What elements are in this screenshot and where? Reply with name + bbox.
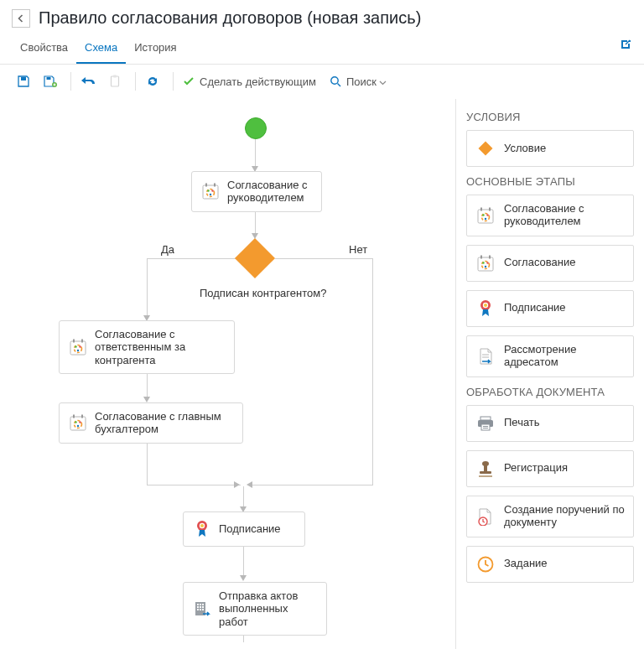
svg-rect-37: [197, 609, 199, 610]
document-clock-icon: [475, 506, 496, 527]
palette-item-approval[interactable]: Согласование: [466, 245, 634, 282]
svg-rect-65: [480, 471, 491, 474]
svg-rect-22: [81, 415, 83, 418]
svg-point-5: [331, 76, 338, 83]
flow-branch-no-label: Нет: [349, 243, 367, 256]
flow-node-label: Согласование с ответственным за контраге…: [95, 328, 226, 366]
tab-history[interactable]: История: [126, 34, 184, 64]
make-effective-button[interactable]: Сделать действующим: [182, 75, 316, 88]
palette-item-condition[interactable]: Условие: [466, 130, 634, 167]
palette-item-label: Регистрация: [504, 462, 568, 475]
refresh-button[interactable]: [141, 70, 164, 92]
svg-rect-14: [73, 339, 75, 342]
arrow-right-icon: [234, 481, 240, 488]
paste-button[interactable]: [103, 70, 127, 92]
palette-item-manager-approval[interactable]: Согласование с руководителем: [466, 195, 634, 236]
diagram-canvas[interactable]: Согласование с руководителем Подписан ко…: [0, 99, 456, 649]
svg-rect-40: [479, 142, 493, 156]
svg-point-24: [75, 422, 76, 423]
svg-rect-64: [484, 465, 487, 471]
palette-item-print[interactable]: Печать: [466, 405, 634, 442]
building-send-icon: [192, 599, 212, 619]
svg-point-54: [485, 266, 486, 267]
svg-rect-36: [202, 606, 204, 608]
save-button[interactable]: [12, 70, 35, 92]
palette-item-label: Рассмотрение адресатом: [504, 344, 625, 369]
svg-rect-60: [481, 424, 490, 430]
page-title: Правило согласования договоров (новая за…: [39, 8, 421, 28]
connector-line: [252, 485, 373, 485]
checkmark-icon: [182, 75, 195, 88]
calendar-approval-icon: [68, 413, 88, 433]
tab-scheme[interactable]: Схема: [76, 34, 126, 64]
content: Согласование с руководителем Подписан ко…: [0, 99, 644, 649]
palette-section-main-title: ОСНОВНЫЕ ЭТАПЫ: [466, 175, 634, 188]
calendar-approval-icon: [475, 205, 496, 226]
palette-section-processing-title: ОБРАБОТКА ДОКУМЕНТА: [466, 386, 634, 398]
palette-item-label: Условие: [504, 143, 546, 155]
make-effective-label: Сделать действующим: [200, 75, 316, 88]
palette-item-register[interactable]: Регистрация: [466, 450, 634, 487]
calendar-approval-icon: [200, 181, 221, 201]
svg-point-46: [486, 214, 488, 215]
arrow-down-icon: [240, 575, 247, 581]
svg-rect-35: [200, 606, 201, 608]
connector-line: [147, 258, 236, 259]
svg-rect-32: [200, 604, 201, 605]
flow-node-label: Отправка актов выполненных работ: [219, 589, 318, 628]
connector-line: [243, 486, 244, 508]
svg-rect-50: [489, 255, 491, 258]
palette-item-orders[interactable]: Создание поручений по документу: [466, 496, 634, 537]
connector-line: [147, 443, 148, 485]
undo-button[interactable]: [76, 70, 100, 92]
svg-rect-7: [205, 184, 207, 187]
header: Правило согласования договоров (новая за…: [0, 0, 644, 34]
tab-properties[interactable]: Свойства: [12, 34, 76, 64]
flow-node-accountant-approval[interactable]: Согласование с главным бухгалтером: [59, 402, 243, 444]
calendar-approval-icon: [68, 337, 88, 357]
connector-line: [147, 485, 241, 485]
connector-line: [147, 258, 148, 317]
connector-line: [275, 258, 372, 259]
arrow-down-icon: [143, 397, 150, 402]
svg-rect-49: [480, 255, 482, 258]
toolbar-separator: [135, 72, 136, 91]
popout-button[interactable]: [619, 38, 632, 54]
svg-rect-43: [489, 207, 491, 210]
flow-node-responsible-approval[interactable]: Согласование с ответственным за контраге…: [59, 320, 235, 374]
svg-rect-38: [200, 609, 201, 610]
toolbar-separator: [173, 72, 174, 91]
flow-node-label: Подписание: [219, 522, 281, 535]
flow-node-dispatch[interactable]: Отправка актов выполненных работ: [183, 582, 327, 636]
flow-start-node[interactable]: [245, 117, 267, 139]
svg-rect-1: [47, 77, 51, 80]
svg-point-47: [485, 218, 486, 220]
flow-condition-node[interactable]: [235, 238, 275, 278]
flow-condition-label: Подписан контрагентом?: [200, 287, 326, 299]
palette-item-signing[interactable]: Подписание: [466, 290, 634, 327]
search-button[interactable]: Поиск: [330, 75, 387, 88]
back-button[interactable]: [12, 9, 30, 28]
calendar-approval-icon: [475, 253, 496, 273]
palette-item-review[interactable]: Рассмотрение адресатом: [466, 335, 634, 377]
toolbar-separator: [70, 72, 71, 91]
palette-item-label: Согласование: [504, 257, 575, 269]
save-new-button[interactable]: [39, 70, 62, 92]
svg-point-52: [482, 262, 484, 263]
ribbon-seal-icon: [192, 519, 212, 539]
svg-rect-0: [21, 77, 26, 80]
svg-rect-61: [483, 426, 488, 427]
palette-item-task[interactable]: Задание: [466, 546, 634, 583]
flow-node-label: Согласование с руководителем: [227, 179, 313, 205]
svg-rect-15: [81, 339, 83, 342]
svg-point-45: [482, 214, 484, 215]
connector-line: [372, 258, 373, 485]
flow-node-signing[interactable]: Подписание: [183, 511, 305, 547]
svg-rect-8: [214, 184, 216, 187]
palette-item-label: Печать: [504, 417, 540, 429]
chevron-down-icon: [379, 75, 387, 88]
svg-point-25: [79, 422, 80, 423]
palette-section-conditions-title: УСЛОВИЯ: [466, 111, 634, 123]
flow-node-manager-approval[interactable]: Согласование с руководителем: [191, 171, 322, 212]
printer-icon: [475, 413, 496, 434]
